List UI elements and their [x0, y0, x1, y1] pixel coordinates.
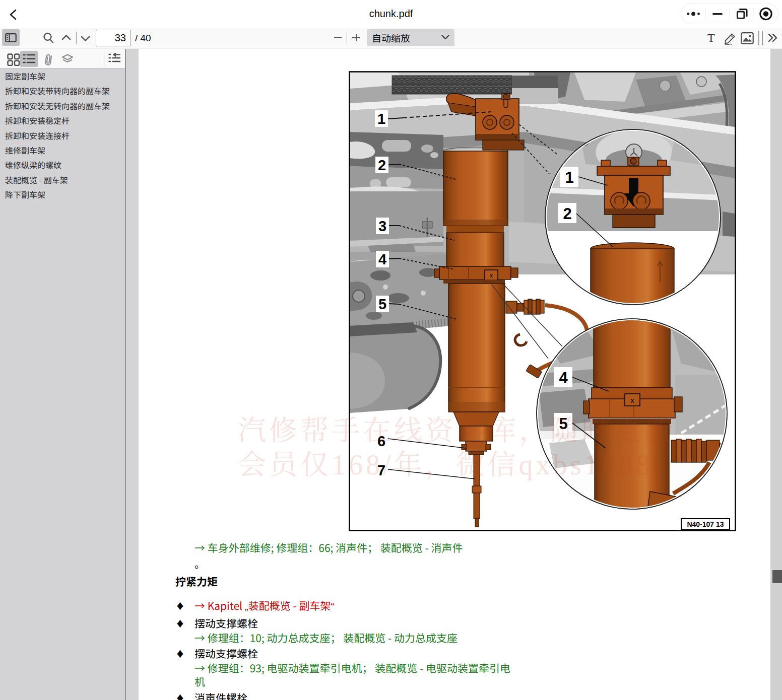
- svg-text:4: 4: [378, 251, 386, 267]
- svg-text:x: x: [490, 271, 493, 279]
- svg-text:2: 2: [563, 205, 571, 223]
- svg-text:5: 5: [378, 296, 386, 312]
- svg-text:2: 2: [378, 157, 386, 173]
- svg-text:x: x: [630, 396, 634, 404]
- svg-text:1: 1: [377, 111, 385, 127]
- svg-text:N40-107 13: N40-107 13: [687, 520, 724, 528]
- svg-text:4: 4: [559, 369, 568, 387]
- svg-text:1: 1: [565, 169, 573, 186]
- svg-text:3: 3: [378, 218, 386, 234]
